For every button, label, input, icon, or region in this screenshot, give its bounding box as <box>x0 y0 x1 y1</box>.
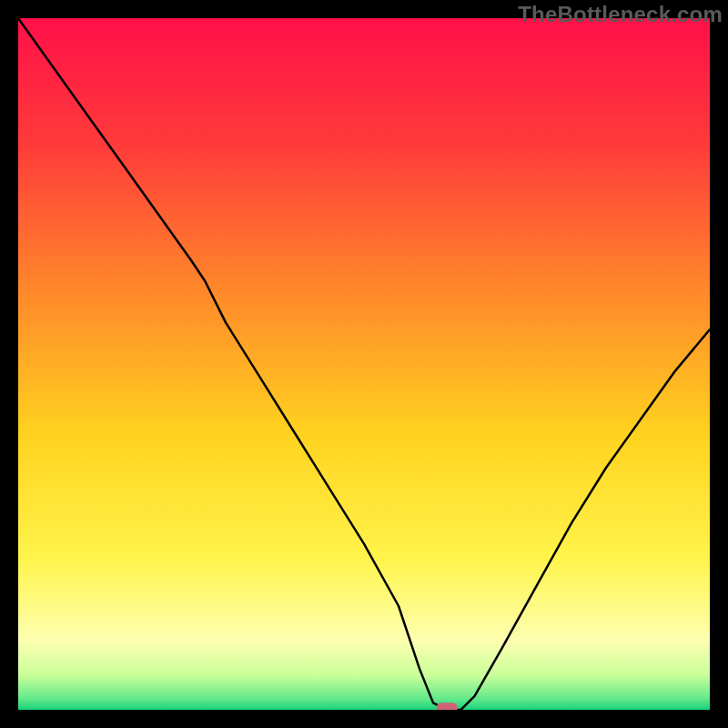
gradient-background <box>18 18 710 710</box>
chart-frame: TheBottleneck.com <box>0 0 728 728</box>
plot-svg <box>18 18 710 710</box>
optimal-marker <box>437 703 458 710</box>
watermark-text: TheBottleneck.com <box>518 2 723 27</box>
plot-area <box>18 18 710 710</box>
